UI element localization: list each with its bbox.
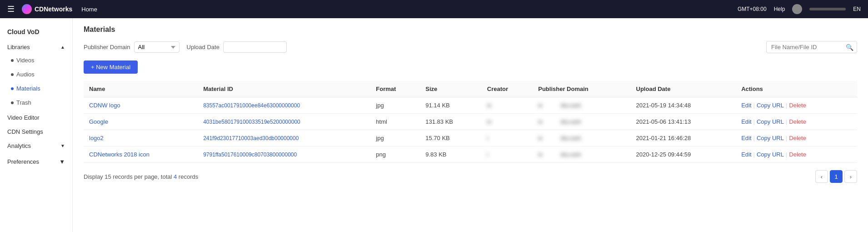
nav-home-link[interactable]: Home (81, 6, 97, 13)
sidebar-analytics[interactable]: Analytics ▼ (0, 138, 72, 154)
cell-upload-date: 2021-05-19 14:34:48 (631, 97, 736, 114)
new-material-button[interactable]: + New Material (84, 61, 138, 74)
records-info: Display 15 records per page, total 4 rec… (84, 173, 198, 180)
upload-date-filter: Upload Date (187, 41, 287, 53)
dot-icon (11, 59, 14, 62)
col-publisher-domain: Publisher Domain (533, 81, 630, 97)
action-sep-2: | (786, 102, 787, 109)
sidebar-item-videos[interactable]: Videos (0, 53, 72, 67)
sidebar-materials-label: Materials (16, 85, 40, 92)
action-edit[interactable]: Edit (741, 118, 751, 125)
pagination-page-1[interactable]: 1 (830, 170, 843, 183)
search-icon[interactable]: 🔍 (846, 44, 853, 51)
cell-publisher-domain: iv rks.com (533, 114, 630, 130)
table-footer: Display 15 records per page, total 4 rec… (84, 170, 857, 183)
sidebar-video-editor[interactable]: Video Editor (0, 110, 72, 124)
sidebar-analytics-chevron: ▼ (60, 143, 65, 148)
locale: EN (853, 6, 861, 12)
action-copy-url[interactable]: Copy URL (757, 135, 784, 141)
sidebar-preferences[interactable]: Preferences ▼ (0, 154, 72, 170)
pagination-prev[interactable]: ‹ (815, 170, 828, 183)
sidebar-analytics-label: Analytics (7, 142, 31, 149)
sidebar-audios-label: Audios (16, 71, 35, 78)
cell-upload-date: 2021-01-21 16:46:28 (631, 130, 736, 146)
cell-name[interactable]: CDNetworks 2018 icon (84, 146, 198, 163)
table-head: Name Material ID Format Size Creator Pub… (84, 81, 857, 97)
pagination: ‹ 1 › (815, 170, 857, 183)
hamburger-icon[interactable]: ☰ (7, 4, 15, 14)
sidebar-libraries-chevron: ▲ (60, 45, 65, 50)
cell-upload-date: 2021-05-06 13:41:13 (631, 114, 736, 130)
cell-size: 131.83 KB (420, 114, 482, 130)
main-inner: Materials Publisher Domain All Upload Da… (73, 18, 868, 232)
cell-format: jpg (370, 97, 420, 114)
sidebar-preferences-chevron: ▼ (59, 158, 65, 165)
cell-format: jpg (370, 130, 420, 146)
cell-creator: iv (482, 97, 533, 114)
action-edit[interactable]: Edit (741, 135, 751, 141)
table-row: Google 4031be580179100033519e5200000000 … (84, 114, 857, 130)
publisher-domain-label: Publisher Domain (84, 44, 130, 50)
sidebar-libraries-header[interactable]: Libraries ▲ (0, 39, 72, 53)
action-sep-2: | (786, 151, 787, 158)
cell-material-id: 241f9d23017710003aed30db00000000 (198, 130, 370, 146)
cell-format: png (370, 146, 420, 163)
cell-material-id: 9791ffa5017610009c80703800000000 (198, 146, 370, 163)
action-sep-2: | (786, 135, 787, 141)
upload-date-input[interactable] (223, 41, 287, 53)
cell-name[interactable]: Google (84, 114, 198, 130)
sidebar-item-trash[interactable]: Trash (0, 96, 72, 110)
user-avatar-icon[interactable] (792, 4, 802, 14)
help-link[interactable]: Help (774, 6, 785, 12)
action-delete[interactable]: Delete (789, 118, 806, 125)
cell-actions: Edit | Copy URL | Delete (736, 146, 857, 163)
pagination-next[interactable]: › (844, 170, 857, 183)
records-info-text: Display 15 records per page, total (84, 173, 174, 180)
publisher-domain-filter: Publisher Domain All (84, 41, 180, 53)
top-nav: ☰ CDNetworks Home GMT+08:00 Help EN (0, 0, 868, 18)
action-edit[interactable]: Edit (741, 102, 751, 109)
action-edit[interactable]: Edit (741, 151, 751, 158)
col-creator: Creator (482, 81, 533, 97)
cell-name[interactable]: CDNW logo (84, 97, 198, 114)
page-title: Materials (84, 25, 857, 34)
col-name: Name (84, 81, 198, 97)
cell-actions: Edit | Copy URL | Delete (736, 97, 857, 114)
cell-publisher-domain: iv rks.com (533, 97, 630, 114)
sidebar-cdn-settings[interactable]: CDN Settings (0, 124, 72, 138)
timezone: GMT+08:00 (738, 6, 767, 12)
action-copy-url[interactable]: Copy URL (757, 118, 784, 125)
publisher-domain-select[interactable]: All (134, 41, 180, 53)
dot-icon (11, 101, 14, 104)
action-sep-1: | (753, 151, 755, 158)
action-delete[interactable]: Delete (789, 151, 806, 158)
action-copy-url[interactable]: Copy URL (757, 102, 784, 109)
col-upload-date: Upload Date (631, 81, 736, 97)
action-copy-url[interactable]: Copy URL (757, 151, 784, 158)
action-sep-1: | (753, 118, 755, 125)
action-delete[interactable]: Delete (789, 102, 806, 109)
col-material-id: Material ID (198, 81, 370, 97)
cell-upload-date: 2020-12-25 09:44:59 (631, 146, 736, 163)
action-delete[interactable]: Delete (789, 135, 806, 141)
table-header-row: Name Material ID Format Size Creator Pub… (84, 81, 857, 97)
cell-creator: iv (482, 114, 533, 130)
records-suffix: records (177, 173, 198, 180)
cell-name[interactable]: logo2 (84, 130, 198, 146)
action-sep-1: | (753, 102, 755, 109)
cell-size: 15.70 KB (420, 130, 482, 146)
sidebar-trash-label: Trash (16, 99, 31, 106)
col-size: Size (420, 81, 482, 97)
cell-material-id: 4031be580179100033519e5200000000 (198, 114, 370, 130)
sidebar-video-editor-label: Video Editor (7, 114, 40, 121)
toolbar: + New Material (84, 61, 857, 74)
sidebar-item-audios[interactable]: Audios (0, 67, 72, 81)
search-input[interactable] (766, 41, 857, 53)
cloud-vod-title: Cloud VoD (0, 22, 72, 39)
table-row: logo2 241f9d23017710003aed30db00000000 j… (84, 130, 857, 146)
sidebar-item-materials[interactable]: Materials (0, 81, 72, 96)
user-name-blurred (809, 8, 846, 10)
dot-icon (11, 87, 14, 90)
upload-date-label: Upload Date (187, 44, 219, 50)
action-sep-2: | (786, 118, 787, 125)
